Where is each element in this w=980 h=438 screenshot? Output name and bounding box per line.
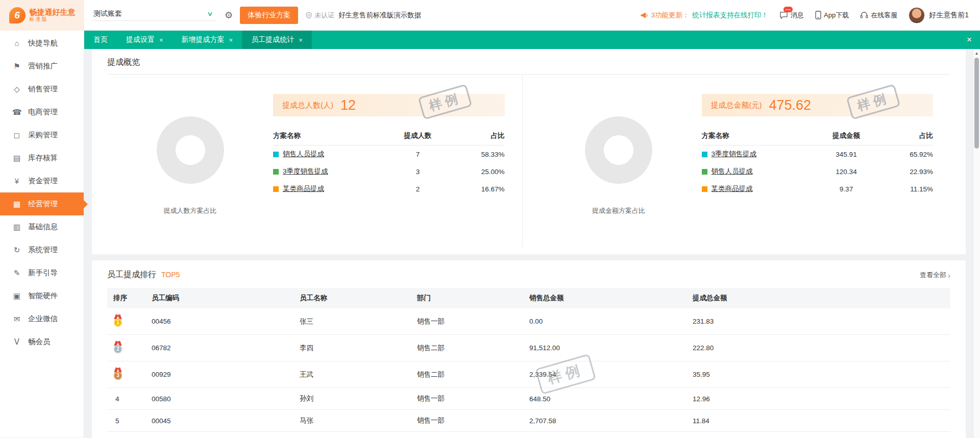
cell-employee-name: 张三 (293, 308, 411, 335)
sidebar-item-beginner-guide[interactable]: ✎新手引导 (0, 261, 84, 284)
col-headcount: 提成人数 (387, 131, 449, 140)
table-row: 销售人员提成 120.34 22.93% (702, 163, 934, 180)
app-logo: 6 畅捷通好生意 标准版 (0, 0, 84, 31)
sidebar-item-member[interactable]: Ⅴ畅会员 (0, 330, 84, 353)
tab-home[interactable]: 首页 (84, 31, 117, 49)
sidebar-item-label: 库存核算 (28, 153, 58, 163)
legend-swatch (702, 169, 707, 175)
cert-status-label: 未认证 (314, 11, 334, 20)
dataset-label: 好生意售前标准版演示数据 (338, 11, 421, 20)
app-download-label: App下载 (824, 11, 849, 20)
industry-solution-button[interactable]: 体验行业方案 (240, 7, 298, 24)
total-headcount-strip: 提成总人数(人) 12 样例 (273, 94, 505, 116)
cell-value: 3 (387, 168, 449, 176)
sample-watermark: 样例 (846, 84, 901, 119)
close-icon[interactable]: × (229, 36, 233, 44)
cell-total-commission: 35.95 (687, 361, 950, 388)
scrollbar-thumb[interactable] (974, 58, 979, 149)
col-percent: 占比 (449, 131, 505, 140)
megaphone-icon (640, 11, 648, 19)
headcount-donut-chart (157, 116, 224, 184)
sidebar-item-marketing[interactable]: ⚑营销推广 (0, 55, 84, 78)
cell-department: 销售一部 (411, 308, 523, 335)
sidebar-item-label: 营销推广 (28, 61, 58, 71)
close-all-tabs-icon[interactable]: × (959, 31, 980, 49)
cell-employee-name: 王武 (293, 361, 411, 388)
chevron-down-icon: ∨ (207, 10, 213, 17)
cell-total-commission: 231.83 (687, 308, 950, 335)
col-rank: 排序 (107, 288, 145, 308)
tab-new-commission-plan[interactable]: 新增提成方案× (173, 31, 242, 49)
sidebar-item-inventory[interactable]: ▤库存核算 (0, 147, 84, 169)
cell-rank: 1 (107, 308, 145, 335)
cell-value: 120.34 (816, 168, 877, 176)
online-service-label: 在线客服 (871, 11, 897, 20)
plan-link[interactable]: 3季度销售提成 (283, 167, 328, 176)
scroll-up-arrow[interactable]: ▲ (973, 50, 980, 57)
settings-gear-icon[interactable]: ⚙ (225, 10, 233, 21)
cell-employee-code: 06782 (145, 335, 293, 361)
total-amount-label: 提成总金额(元) (711, 101, 762, 110)
account-set-value: 测试账套 (93, 9, 122, 18)
plan-link[interactable]: 销售人员提成 (712, 167, 753, 176)
cell-employee-name: 孙刘 (293, 388, 411, 410)
commission-overview-card: 提成概览 提成人数方案占比 提成总人数(人) 12 样例 (92, 49, 966, 254)
brand-name: 畅捷通好生意 (30, 8, 76, 16)
cell-employee-code: 00929 (145, 361, 293, 388)
vertical-scrollbar[interactable]: ▲ (973, 50, 980, 438)
shield-icon (305, 12, 312, 19)
sidebar-item-basic-info[interactable]: ▥基础信息 (0, 215, 84, 238)
legend-swatch (273, 186, 279, 192)
sidebar-item-funds[interactable]: ¥资金管理 (0, 169, 84, 192)
user-menu[interactable]: 好生意售前1 (909, 7, 969, 23)
left-sidebar: ⌂快捷导航 ⚑营销推广 ◇销售管理 ☎电商管理 ◻采购管理 ▤库存核算 ¥资金管… (0, 31, 84, 437)
plan-link[interactable]: 3季度销售提成 (712, 150, 757, 159)
col-plan-name: 方案名称 (702, 131, 816, 140)
legend-swatch (702, 186, 707, 192)
sidebar-item-system[interactable]: ↻系统管理 (0, 238, 84, 261)
col-employee-name: 员工名称 (293, 288, 411, 308)
announcement-banner[interactable]: 3功能更新： 统计报表支持在线打印！ (640, 11, 769, 20)
legend-swatch (702, 152, 707, 157)
sidebar-item-smart-hardware[interactable]: ▣智能硬件 (0, 284, 84, 307)
tab-employee-commission-stats[interactable]: 员工提成统计× (242, 31, 312, 49)
cert-status[interactable]: 未认证 (305, 11, 334, 20)
plan-link[interactable]: 某类商品提成 (283, 184, 324, 193)
sidebar-item-wecom[interactable]: ✉企业微信 (0, 307, 84, 330)
close-icon[interactable]: × (159, 36, 163, 44)
cell-employee-name: 李四 (293, 335, 411, 361)
ranking-title: 员工提成排行 (107, 270, 156, 280)
mail-icon: ✉ (12, 314, 21, 324)
col-plan-name: 方案名称 (273, 131, 387, 140)
amount-plan-table: 方案名称 提成金额 占比 3季度销售提成 345.91 65.92% (702, 127, 934, 198)
col-amount: 提成金额 (816, 131, 877, 140)
messages-button[interactable]: ••• 消息 (779, 11, 804, 20)
headset-icon (860, 11, 868, 19)
tab-bar: 首页 提成设置× 新增提成方案× 员工提成统计× × (84, 31, 980, 49)
sidebar-item-label: 采购管理 (28, 130, 58, 140)
tag-icon: ◇ (12, 85, 21, 94)
view-all-link[interactable]: 查看全部 › (920, 271, 950, 280)
employee-ranking-card: 员工提成排行 TOP5 查看全部 › 排序 员工编码 员工名称 部门 (92, 260, 966, 438)
tab-label: 新增提成方案 (182, 35, 225, 44)
messages-label: 消息 (791, 11, 804, 20)
table-row: 3季度销售提成 345.91 65.92% (702, 145, 934, 163)
sidebar-item-operations[interactable]: ▦经营管理 (0, 192, 84, 215)
table-row: 3 00929 王武 销售二部 2,339.54 35.95 (107, 361, 950, 388)
plan-link[interactable]: 某类商品提成 (712, 184, 753, 193)
sidebar-item-procurement[interactable]: ◻采购管理 (0, 124, 84, 147)
sidebar-item-sales[interactable]: ◇销售管理 (0, 78, 84, 101)
app-download-button[interactable]: App下载 (815, 11, 849, 20)
ranking-table: 排序 员工编码 员工名称 部门 销售总金额 提成总金额 1 00456 张三 (107, 288, 950, 432)
cell-employee-code: 00045 (145, 410, 293, 432)
clipboard-icon: ▦ (12, 200, 21, 209)
sidebar-item-quick-nav[interactable]: ⌂快捷导航 (0, 32, 84, 55)
online-service-button[interactable]: 在线客服 (860, 11, 897, 20)
plan-link[interactable]: 销售人员提成 (283, 150, 324, 159)
sidebar-item-ecommerce[interactable]: ☎电商管理 (0, 101, 84, 124)
cell-total-sales: 91,512.00 (523, 335, 687, 361)
account-set-dropdown[interactable]: 测试账套 ∨ (91, 9, 216, 21)
tab-commission-settings[interactable]: 提成设置× (117, 31, 173, 49)
close-icon[interactable]: × (299, 36, 303, 44)
top5-badge: TOP5 (161, 271, 180, 279)
